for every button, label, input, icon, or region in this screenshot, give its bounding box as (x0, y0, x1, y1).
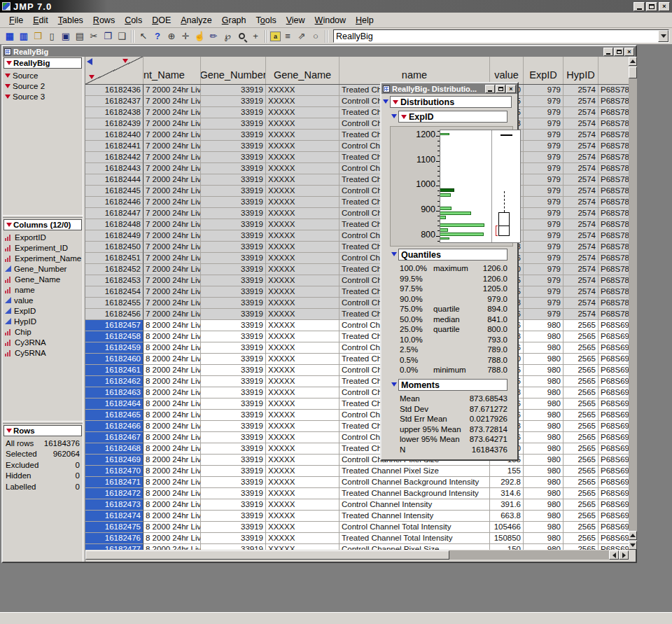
cell[interactable]: XXXXX (266, 432, 340, 443)
vertical-scroll-thumb[interactable] (629, 67, 637, 78)
cell[interactable]: 33919 (201, 264, 266, 275)
cell[interactable]: XXXXX (266, 488, 340, 499)
cell[interactable]: 33919 (201, 197, 266, 208)
cell[interactable]: XXXXX (266, 264, 340, 275)
cell[interactable]: XXXXX (266, 286, 340, 298)
table-row[interactable]: 161824718 2000 24hr Liver33919XXXXXContr… (85, 477, 629, 488)
histogram-bar[interactable] (440, 233, 484, 236)
arrow-annotation-icon[interactable]: ⇗ (295, 29, 309, 43)
cell[interactable]: 16182452 (85, 264, 144, 275)
child-maximize-button[interactable] (614, 48, 624, 56)
help-tool-icon[interactable]: ? (150, 29, 164, 43)
lasso-tool-icon[interactable]: ℘ (220, 29, 234, 43)
cell[interactable]: 2565 (564, 320, 598, 331)
cell[interactable]: 8 2000 24hr Liver (144, 398, 201, 410)
cell[interactable]: 8 2000 24hr Liver (144, 331, 201, 342)
cell[interactable]: 980 (524, 410, 564, 421)
quantiles-disclosure-icon[interactable] (391, 252, 397, 256)
cell[interactable]: Control Channel Total Intensity (340, 522, 490, 533)
table-row[interactable]: 161824457 2000 24hr Liver33919XXXXXContr… (85, 186, 629, 197)
cell[interactable]: 980 (524, 342, 564, 354)
cell[interactable]: 16182472 (85, 488, 144, 499)
histogram-bar[interactable] (440, 207, 451, 210)
cell[interactable]: XXXXX (266, 398, 340, 410)
sidebar-item-source-3[interactable]: Source 3 (3, 91, 83, 102)
cell[interactable]: 33919 (201, 342, 266, 354)
brush-tool-icon[interactable]: ✏ (206, 29, 220, 43)
cell[interactable]: 33919 (201, 219, 266, 230)
cell[interactable]: P68S78 (598, 152, 629, 163)
histogram-bar[interactable] (440, 133, 449, 135)
cell[interactable]: 314.6 (490, 488, 524, 499)
sidebar-item-source[interactable]: Source (3, 70, 83, 81)
table-row[interactable]: 161824618 2000 24hr Liver33919XXXXXContr… (85, 365, 629, 376)
cell[interactable]: XXXXX (266, 331, 340, 342)
cell[interactable]: 2574 (564, 163, 598, 174)
cell[interactable]: P68S78 (598, 186, 629, 197)
cell[interactable]: 7 2000 24hr Liver (144, 208, 201, 219)
cell[interactable]: 979 (524, 197, 564, 208)
cell[interactable]: 33919 (201, 421, 266, 432)
table-row[interactable]: 161824768 2000 24hr Liver33919XXXXXTreat… (85, 533, 629, 544)
save-icon[interactable]: ▣ (59, 29, 73, 43)
horizontal-scroll-thumb[interactable] (85, 550, 449, 560)
cell[interactable]: 16182443 (85, 163, 144, 174)
paste-icon[interactable]: ❑ (115, 29, 129, 43)
cell[interactable]: 33919 (201, 354, 266, 365)
menu-analyze[interactable]: Analyze (176, 14, 216, 27)
cell[interactable]: 33919 (201, 96, 266, 107)
cell[interactable]: 980 (524, 477, 564, 488)
cell[interactable]: 7 2000 24hr Liver (144, 118, 201, 130)
cell[interactable]: 979 (524, 242, 564, 253)
cell[interactable]: 16182441 (85, 141, 144, 152)
columns-hotspot-icon[interactable] (122, 59, 128, 63)
report-title-bar[interactable]: ReallyBig- Distributio... × (382, 83, 517, 94)
histogram-bar[interactable] (440, 193, 451, 197)
cell[interactable]: 16182455 (85, 298, 144, 309)
cell[interactable]: 979 (524, 264, 564, 275)
column-item-gene_number[interactable]: Gene_Number (3, 263, 83, 274)
cell[interactable]: 150850 (490, 533, 524, 544)
cell[interactable]: 980 (524, 354, 564, 365)
cell[interactable]: 16182476 (85, 533, 144, 544)
table-row[interactable]: 161824778 2000 24hr Liver33919XXXXXContr… (85, 544, 629, 550)
cell[interactable]: 2565 (564, 365, 598, 376)
table-row[interactable]: 161824608 2000 24hr Liver33919XXXXXTreat… (85, 354, 629, 365)
cell[interactable]: 16182466 (85, 421, 144, 432)
cell[interactable]: P68S78 (598, 219, 629, 230)
cell[interactable]: 33919 (201, 499, 266, 511)
cell[interactable]: XXXXX (266, 130, 340, 141)
cell[interactable]: 33919 (201, 544, 266, 550)
histogram-bar[interactable] (440, 223, 484, 227)
cell[interactable]: P68S78 (598, 174, 629, 186)
cell[interactable]: P68S69 (598, 331, 629, 342)
cell[interactable]: 8 2000 24hr Liver (144, 533, 201, 544)
cell[interactable]: 2565 (564, 511, 598, 522)
cell[interactable]: 33919 (201, 309, 266, 320)
table-row[interactable]: 161824638 2000 24hr Liver33919XXXXXContr… (85, 387, 629, 398)
table-row[interactable]: 161824397 2000 24hr Liver33919XXXXXContr… (85, 118, 629, 130)
cell[interactable]: 2574 (564, 286, 598, 298)
column-item-exportid[interactable]: ExportID (3, 232, 83, 242)
cell[interactable]: P68S78 (598, 230, 629, 242)
cell[interactable]: 7 2000 24hr Liver (144, 174, 201, 186)
cell[interactable]: 2574 (564, 230, 598, 242)
column-item-experiment_name[interactable]: Experiment_Name (3, 253, 83, 263)
annotate-tool-icon[interactable]: a (270, 32, 281, 41)
cell[interactable]: 2574 (564, 107, 598, 118)
cell[interactable]: 2565 (564, 477, 598, 488)
table-selector-combobox[interactable]: ReallyBig (333, 29, 669, 43)
cell[interactable]: P68S69 (598, 455, 629, 466)
cell[interactable]: 16182457 (85, 320, 144, 331)
cell[interactable]: P68S69 (598, 365, 629, 376)
column-header-Gene_Name[interactable]: Gene_Name (266, 57, 340, 84)
boxplot-box[interactable] (498, 212, 510, 236)
cell[interactable]: 16182468 (85, 443, 144, 455)
table-row[interactable]: 161824367 2000 24hr Liver33919XXXXXTreat… (85, 85, 629, 96)
cell[interactable]: 8 2000 24hr Liver (144, 410, 201, 421)
table-row[interactable]: 161824738 2000 24hr Liver33919XXXXXContr… (85, 499, 629, 511)
cell[interactable]: 2565 (564, 533, 598, 544)
cell[interactable]: 2565 (564, 488, 598, 499)
cell[interactable]: 7 2000 24hr Liver (144, 152, 201, 163)
cell[interactable]: 979 (524, 230, 564, 242)
